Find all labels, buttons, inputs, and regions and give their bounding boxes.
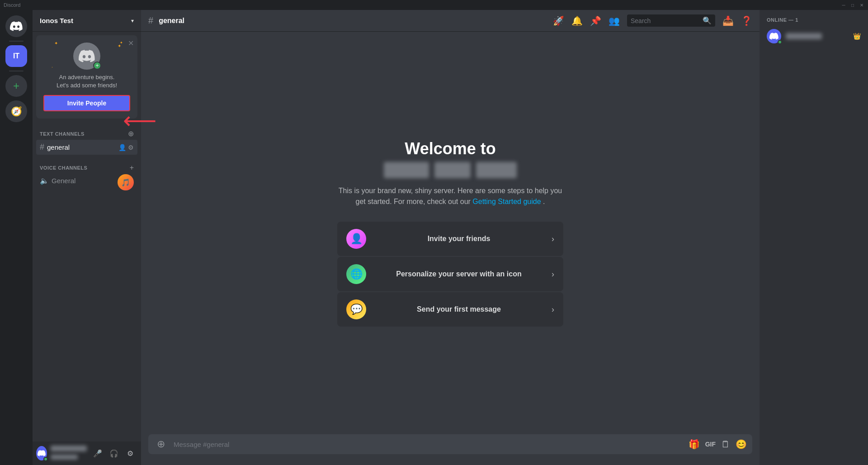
emoji-icon[interactable]: 😊 (736, 439, 747, 450)
search-box[interactable]: Search 🔍 (627, 14, 715, 27)
chevron-down-icon: ▾ (131, 18, 134, 24)
window-controls[interactable]: ─ □ ✕ (841, 2, 864, 8)
server-it-label: IT (13, 52, 19, 60)
popup-description: An adventure begins. Let's add some frie… (43, 73, 130, 90)
discover-servers-button[interactable]: 🧭 (5, 100, 27, 122)
blurred-server-name-row (337, 162, 563, 178)
members-icon[interactable]: 👥 (609, 15, 620, 26)
add-server-button[interactable]: + (5, 75, 27, 97)
help-icon[interactable]: ❓ (741, 15, 752, 26)
sparkle-icon-1: ✦ (54, 41, 58, 46)
member-online-dot (778, 40, 782, 44)
server-icon-it[interactable]: IT (5, 45, 27, 67)
voice-channels-section: Voice Channels + 🔈 General 🎵 (33, 157, 141, 192)
close-button[interactable]: ✕ (859, 2, 864, 8)
personalize-server-icon: 🌐 (346, 264, 366, 284)
members-sidebar: ONLINE — 1 👑 (760, 10, 868, 465)
boost-icon[interactable]: 🚀 (553, 15, 564, 26)
server-rail-divider-2 (9, 71, 24, 71)
invite-friends-icon: 👤 (346, 229, 366, 249)
text-channels-header[interactable]: Text Channels ⊕ (36, 129, 137, 138)
invite-friends-label: Invite your friends (373, 235, 544, 243)
channel-hash-icon: # (40, 142, 44, 152)
popup-line1: An adventure begins. (43, 73, 130, 81)
voice-channels-label: Voice Channels (40, 165, 87, 171)
welcome-section: Welcome to This is your brand new, shiny… (337, 139, 563, 327)
user-tag-display (51, 455, 78, 460)
server-rail-divider (9, 41, 24, 42)
server-name: Ionos Test (40, 17, 73, 24)
voice-channel-general[interactable]: 🔈 General (36, 174, 137, 188)
main-content: # general 🚀 🔔 📌 👥 Search 🔍 📥 ❓ Welcome t… (141, 10, 760, 465)
pin-icon[interactable]: 📌 (590, 15, 601, 26)
online-members-header: ONLINE — 1 (763, 17, 864, 23)
voice-channel-name-general: General (52, 177, 134, 185)
channel-header: # general 🚀 🔔 📌 👥 Search 🔍 📥 ❓ (141, 10, 760, 32)
member-avatar (767, 29, 781, 43)
invite-friends-card[interactable]: 👤 Invite your friends › (337, 222, 563, 256)
channel-header-hash-icon: # (148, 15, 153, 26)
invite-people-button[interactable]: Invite People (43, 95, 130, 111)
user-controls: 🎤 🎧 ⚙ (90, 446, 137, 460)
welcome-description: This is your brand new, shiny server. He… (337, 185, 563, 207)
welcome-title: Welcome to (337, 139, 563, 158)
user-settings-button[interactable]: ⚙ (123, 446, 137, 460)
search-icon: 🔍 (703, 16, 712, 25)
bell-icon[interactable]: 🔔 (571, 15, 583, 26)
popup-avatar: + (73, 43, 100, 70)
welcome-desc-end: . (543, 198, 545, 205)
onboarding-popup: ✕ ✦ ✦ · + ✦ An adventure begins. Let's a… (36, 35, 137, 119)
message-add-button[interactable]: ⊕ (154, 434, 168, 454)
search-placeholder: Search (631, 17, 699, 24)
red-arrow-icon: ⟵ (123, 109, 157, 132)
voice-channels-header[interactable]: Voice Channels + (36, 164, 137, 172)
popup-avatar-badge: + (93, 62, 101, 70)
member-name-blurred (786, 33, 822, 39)
add-member-icon[interactable]: 👤 (118, 144, 126, 151)
server-rail: IT + 🧭 (0, 10, 33, 465)
user-area: 🎤 🎧 ⚙ (33, 441, 141, 465)
discord-home-button[interactable] (5, 15, 27, 37)
add-voice-channel-button[interactable]: + (130, 164, 134, 172)
channel-header-name: general (159, 17, 184, 25)
blurred-name-3 (476, 162, 517, 178)
sticker-icon[interactable]: 🗒 (721, 439, 730, 450)
sparkle-icon-4: ✦ (120, 41, 123, 45)
send-message-card[interactable]: 💬 Send your first message › (337, 292, 563, 327)
server-header[interactable]: Ionos Test ▾ (33, 10, 141, 32)
title-bar: Discord ─ □ ✕ (0, 0, 868, 10)
minimize-button[interactable]: ─ (841, 2, 846, 8)
channel-item-general[interactable]: # general 👤 ⚙ (36, 140, 137, 155)
personalize-server-card[interactable]: 🌐 Personalize your server with an icon › (337, 257, 563, 291)
gif-button[interactable]: GIF (705, 441, 716, 448)
user-avatar (36, 446, 47, 460)
message-input[interactable] (174, 435, 683, 454)
channel-name-general: general (47, 143, 116, 151)
gift-icon[interactable]: 🎁 (689, 439, 700, 450)
app-title: Discord (4, 2, 20, 8)
add-icon: + (13, 80, 19, 92)
deafen-button[interactable]: 🎧 (107, 446, 121, 460)
getting-started-link[interactable]: Getting Started guide (472, 198, 541, 205)
username-display (51, 446, 87, 451)
personalize-server-label: Personalize your server with an icon (373, 270, 544, 278)
personalize-server-chevron: › (552, 270, 554, 279)
channel-sidebar: Ionos Test ▾ ✕ ✦ ✦ · + ✦ (33, 10, 141, 465)
channel-action-icons: 👤 ⚙ (118, 144, 134, 151)
settings-icon[interactable]: ⚙ (128, 144, 134, 151)
sparkle-icon-3: · (52, 65, 53, 70)
send-message-label: Send your first message (373, 305, 544, 313)
popup-avatar-wrap: ✦ ✦ · + ✦ (43, 43, 130, 70)
member-item[interactable]: 👑 (763, 26, 864, 46)
text-channels-label: Text Channels (40, 131, 85, 137)
header-icons: 🚀 🔔 📌 👥 Search 🔍 📥 ❓ (553, 14, 752, 27)
app-body: IT + 🧭 Ionos Test ▾ ✕ ✦ ✦ · (0, 10, 868, 465)
user-info (51, 445, 87, 461)
maximize-button[interactable]: □ (850, 2, 855, 8)
message-input-area: ⊕ 🎁 GIF 🗒 😊 (141, 434, 760, 465)
send-message-chevron: › (552, 305, 554, 314)
user-status-dot (43, 457, 48, 461)
popup-line2: Let's add some friends! (43, 81, 130, 90)
mute-button[interactable]: 🎤 (90, 446, 105, 460)
inbox-icon[interactable]: 📥 (722, 15, 734, 26)
